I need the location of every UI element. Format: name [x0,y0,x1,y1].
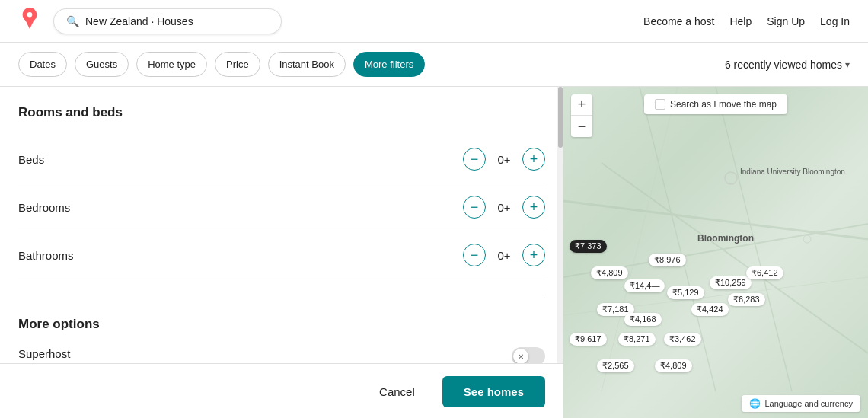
bedrooms-label: Bedrooms [18,201,70,214]
map-search-label: Search as I move the map [670,99,777,110]
price-marker[interactable]: ₹4,168 [624,313,662,326]
cancel-button[interactable]: Cancel [361,376,433,407]
header-nav: Become a host Help Sign Up Log In [643,15,850,27]
dates-filter-button[interactable]: Dates [18,52,67,77]
filter-footer: Cancel See homes [0,363,563,418]
zoom-in-button[interactable]: + [571,94,592,116]
more-options-title: More options [18,317,545,332]
beds-counter-controls: − 0+ + [463,148,545,171]
bathrooms-counter-row: Bathrooms − 0+ + [18,231,545,279]
globe-icon: 🌐 [749,398,761,409]
filter-panel: Rooms and beds Beds − 0+ + Bedrooms − 0+… [0,87,563,418]
help-link[interactable]: Help [729,15,752,27]
map-search-bar[interactable]: Search as I move the map [644,94,787,114]
bathrooms-value: 0+ [495,249,513,262]
beds-value: 0+ [495,153,513,166]
section-divider [18,298,545,298]
recently-viewed[interactable]: 6 recently viewed homes ▾ [725,59,850,71]
price-marker[interactable]: ₹10,259 [710,276,752,289]
language-currency[interactable]: 🌐 Language and currency [742,395,860,412]
zoom-out-button[interactable]: − [571,116,592,137]
more-filters-button[interactable]: More filters [353,52,425,77]
price-marker[interactable]: ₹7,373 [570,240,607,253]
price-filter-button[interactable]: Price [215,52,260,77]
beds-counter-row: Beds − 0+ + [18,136,545,183]
map-panel: + − Search as I move the map Indiana Uni… [563,87,868,418]
superhost-name: Superhost [18,347,503,360]
home-type-filter-button[interactable]: Home type [136,52,207,77]
price-marker[interactable]: ₹6,283 [728,293,765,306]
price-marker[interactable]: ₹4,424 [691,303,729,316]
search-input[interactable] [85,15,269,27]
search-bar[interactable]: 🔍 [53,8,282,34]
bedrooms-counter-controls: − 0+ + [463,196,545,219]
header-left: 🔍 [18,7,282,35]
airbnb-logo[interactable] [18,7,41,35]
bedrooms-increment-button[interactable]: + [522,196,545,219]
bedrooms-decrement-button[interactable]: − [463,196,486,219]
beds-decrement-button[interactable]: − [463,148,486,171]
bathrooms-increment-button[interactable]: + [522,244,545,266]
rooms-beds-title: Rooms and beds [18,105,545,120]
price-marker[interactable]: ₹8,271 [618,333,656,346]
price-marker[interactable]: ₹2,565 [597,359,634,372]
map-placeholder: + − Search as I move the map Indiana Uni… [563,87,868,418]
price-marker[interactable]: ₹4,809 [591,266,628,279]
price-marker[interactable]: ₹4,809 [655,359,692,372]
indiana-university-label: Indiana University Bloomington [740,167,845,177]
see-homes-button[interactable]: See homes [442,376,545,407]
chevron-down-icon: ▾ [845,59,850,70]
price-marker[interactable]: ₹14,4— [624,279,665,292]
price-marker[interactable]: ₹6,412 [746,266,783,279]
language-currency-label: Language and currency [764,399,853,408]
svg-point-8 [803,235,811,243]
price-marker[interactable]: ₹8,976 [649,254,686,266]
beds-label: Beds [18,153,44,166]
bathrooms-counter-controls: − 0+ + [463,244,545,266]
instant-book-filter-button[interactable]: Instant Book [268,52,346,77]
filter-bar: Dates Guests Home type Price Instant Boo… [0,43,868,87]
become-host-link[interactable]: Become a host [643,15,714,27]
toggle-knob: ✕ [513,349,528,364]
bloomington-label: Bloomington [697,233,754,244]
main-content: Rooms and beds Beds − 0+ + Bedrooms − 0+… [0,87,868,418]
svg-point-7 [725,172,737,184]
bedrooms-counter-row: Bedrooms − 0+ + [18,183,545,231]
scrollbar-thumb[interactable] [558,87,563,148]
log-in-link[interactable]: Log In [820,15,850,27]
bathrooms-label: Bathrooms [18,249,74,262]
beds-increment-button[interactable]: + [522,148,545,171]
guests-filter-button[interactable]: Guests [75,52,129,77]
price-marker[interactable]: ₹9,617 [570,333,607,346]
zoom-controls: + − [571,94,592,137]
search-icon: 🔍 [66,15,79,27]
sign-up-link[interactable]: Sign Up [767,15,805,27]
header: 🔍 Become a host Help Sign Up Log In [0,0,868,43]
bedrooms-value: 0+ [495,201,513,214]
price-marker[interactable]: ₹5,129 [667,286,704,299]
bathrooms-decrement-button[interactable]: − [463,244,486,266]
price-marker[interactable]: ₹3,462 [664,333,701,346]
map-search-checkbox[interactable] [655,99,665,110]
recently-viewed-label: 6 recently viewed homes [725,59,842,71]
